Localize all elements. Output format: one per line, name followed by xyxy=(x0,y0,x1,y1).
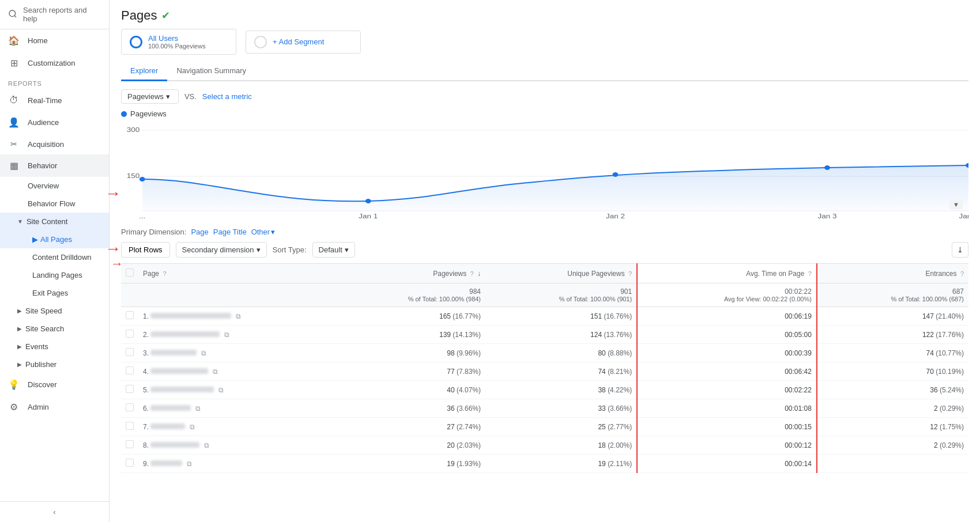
total-avg-time: 00:02:22 xyxy=(642,288,812,296)
page-bar-9 xyxy=(150,460,182,466)
audience-icon: 👤 xyxy=(8,117,20,128)
sidebar-group-site-speed[interactable]: ▶ Site Speed xyxy=(0,302,109,320)
sidebar-sub-behavior-flow[interactable]: Behavior Flow xyxy=(0,195,109,213)
copy-icon-3[interactable]: ⧉ xyxy=(201,349,206,357)
secondary-dimension-select[interactable]: Secondary dimension ▾ xyxy=(176,242,267,258)
status-check-icon: ✔ xyxy=(161,9,170,22)
sidebar-group-publisher[interactable]: ▶ Publisher xyxy=(0,355,109,373)
sidebar-sub-content-drilldown[interactable]: Content Drilldown xyxy=(0,248,109,266)
sidebar-collapse-button[interactable]: ‹ xyxy=(0,501,109,522)
col-header-unique-pageviews: Unique Pageviews ? xyxy=(485,264,637,283)
svg-point-11 xyxy=(140,177,145,181)
sidebar-item-discover[interactable]: 💡 Discover xyxy=(0,373,109,396)
sidebar-sub-overview[interactable]: Overview xyxy=(0,177,109,195)
row-check-7[interactable] xyxy=(121,418,138,436)
sidebar-item-customization[interactable]: ⊞ Customization xyxy=(0,52,109,74)
upv-1: 151 xyxy=(590,312,602,320)
ent-1: 147 xyxy=(922,312,934,320)
sidebar-group-events[interactable]: ▶ Events xyxy=(0,338,109,355)
svg-point-0 xyxy=(9,10,16,17)
row-check-9[interactable] xyxy=(121,455,138,473)
sidebar-item-admin[interactable]: ⚙ Admin xyxy=(0,396,109,418)
metric-label: Pageviews xyxy=(127,92,164,101)
main-content: Pages ✔ All Users 100.00% Pageviews + Ad… xyxy=(110,0,980,522)
row-check-8[interactable] xyxy=(121,436,138,455)
primary-dimension-row: Primary Dimension: Page Page Title Other… xyxy=(121,228,968,236)
ent-col-info-icon[interactable]: ? xyxy=(960,270,964,277)
col-header-page: Page ? xyxy=(138,264,335,283)
page-bar-3 xyxy=(150,350,197,355)
total-pageviews-pct: % of Total: 100.00% (984) xyxy=(340,296,481,302)
pv-pct-1: (16.77%) xyxy=(453,312,481,320)
svg-text:150: 150 xyxy=(127,172,140,180)
copy-icon-6[interactable]: ⧉ xyxy=(195,404,201,413)
sort-arrow-icon: ▾ xyxy=(345,245,349,254)
sidebar-group-site-content[interactable]: ▼ Site Content xyxy=(0,213,109,230)
svg-text:Jan 2: Jan 2 xyxy=(606,213,625,220)
copy-icon-9[interactable]: ⧉ xyxy=(187,460,192,468)
table-row: 5. ⧉ 40 (4.07%) 38 (4.22%) 00:02:22 36 xyxy=(121,381,968,399)
dim-page-title-link[interactable]: Page Title xyxy=(213,228,247,236)
total-avg-time-sub: Avg for View: 00:02:22 (0.00%) xyxy=(642,296,812,302)
page-bar-2 xyxy=(150,331,220,337)
copy-icon-2[interactable]: ⧉ xyxy=(224,331,229,339)
copy-icon-4[interactable]: ⧉ xyxy=(213,368,218,376)
upv-col-info-icon[interactable]: ? xyxy=(628,270,632,277)
dim-other-dropdown[interactable]: Other ▾ xyxy=(251,228,276,236)
copy-icon-8[interactable]: ⧉ xyxy=(204,441,209,449)
reports-section-label: REPORTS xyxy=(0,74,109,89)
sidebar-group-site-search[interactable]: ▶ Site Search xyxy=(0,320,109,338)
table-row: 1. ⧉ 165 (16.77%) 151 (16.76%) 00:06:19 … xyxy=(121,307,968,326)
total-entrances: 687 xyxy=(822,288,964,296)
copy-icon-7[interactable]: ⧉ xyxy=(190,423,195,431)
copy-icon-5[interactable]: ⧉ xyxy=(218,386,224,394)
total-upv-pct: % of Total: 100.00% (901) xyxy=(490,296,632,302)
sort-type-select[interactable]: Default ▾ xyxy=(312,242,355,258)
sidebar-item-audience[interactable]: 👤 Audience xyxy=(0,111,109,134)
sidebar-item-acquisition[interactable]: ✂ Acquisition xyxy=(0,134,109,154)
avg-time-1: 00:06:19 xyxy=(785,312,812,320)
page-bar-4 xyxy=(150,368,208,374)
row-check-1[interactable] xyxy=(121,307,138,326)
total-pageviews: 984 xyxy=(340,288,481,296)
row-check-5[interactable] xyxy=(121,381,138,399)
row-num-1: 1. xyxy=(143,312,149,320)
plot-rows-button[interactable]: Plot Rows xyxy=(121,242,170,258)
col-header-pageviews: Pageviews ? ↓ xyxy=(335,264,485,283)
chart-expand-button[interactable]: ▼ xyxy=(949,200,963,209)
sidebar-sub-exit-pages[interactable]: Exit Pages xyxy=(0,284,109,302)
select-all-header[interactable] xyxy=(121,264,138,283)
copy-icon-1[interactable]: ⧉ xyxy=(236,312,241,320)
svg-point-8 xyxy=(613,172,619,177)
search-bar[interactable]: Search reports and help xyxy=(0,0,109,29)
select-metric-link[interactable]: Select a metric xyxy=(202,92,252,101)
row-check-4[interactable] xyxy=(121,362,138,381)
table-row: 2. ⧉ 139 (14.13%) 124 (13.76%) 00:05:00 … xyxy=(121,326,968,344)
pv-col-info-icon[interactable]: ? xyxy=(470,270,474,277)
svg-text:Jan 3: Jan 3 xyxy=(818,213,837,220)
avg-time-col-info-icon[interactable]: ? xyxy=(808,270,812,277)
dim-page-link[interactable]: Page xyxy=(191,228,208,236)
add-segment-button[interactable]: + Add Segment xyxy=(246,31,361,54)
row-check-2[interactable] xyxy=(121,326,138,344)
metric-dropdown[interactable]: Pageviews ▾ xyxy=(121,89,179,104)
sidebar-item-home[interactable]: 🏠 Home xyxy=(0,29,109,52)
add-segment-label: + Add Segment xyxy=(273,37,324,46)
sidebar-sub-all-pages[interactable]: ▶ All Pages xyxy=(0,230,109,248)
tab-navigation-summary[interactable]: Navigation Summary xyxy=(167,62,255,81)
sidebar-sub-landing-pages[interactable]: Landing Pages xyxy=(0,266,109,284)
sidebar-item-realtime[interactable]: ⏱ Real-Time xyxy=(0,89,109,111)
triangle-right-icon4: ▶ xyxy=(17,361,22,368)
all-users-segment[interactable]: All Users 100.00% Pageviews xyxy=(121,29,236,55)
page-col-info-icon[interactable]: ? xyxy=(163,270,166,277)
chart-legend: Pageviews xyxy=(121,109,968,118)
sidebar-item-behavior[interactable]: ▦ Behavior xyxy=(0,154,109,177)
row-check-6[interactable] xyxy=(121,399,138,418)
export-button[interactable]: ⤓ xyxy=(952,242,968,258)
row-check-3[interactable] xyxy=(121,344,138,362)
tab-explorer[interactable]: Explorer xyxy=(121,62,167,81)
sec-dim-arrow-icon: ▾ xyxy=(257,245,261,254)
search-icon xyxy=(8,9,17,20)
triangle-right-icon: ▶ xyxy=(17,308,22,314)
vs-label: VS. xyxy=(184,92,197,101)
